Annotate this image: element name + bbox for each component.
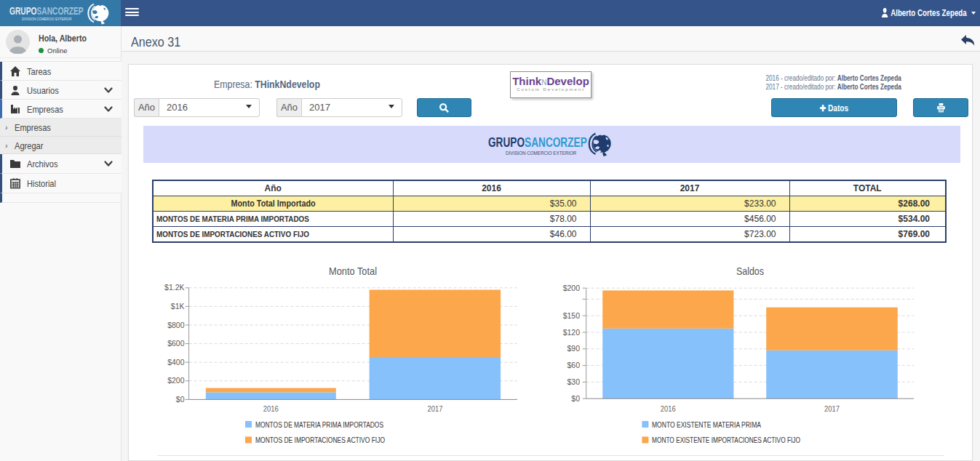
svg-text:MONTO EXISTENTE MATERIA PRIMA: MONTO EXISTENTE MATERIA PRIMA (652, 421, 761, 429)
svg-text:$120: $120 (563, 328, 581, 337)
svg-text:$0: $0 (571, 394, 580, 403)
svg-text:$1K: $1K (171, 302, 185, 310)
svg-text:$400: $400 (167, 358, 185, 366)
svg-text:MONTO EXISTENTE IMPORTACIONES: MONTO EXISTENTE IMPORTACIONES ACTIVO FIJ… (652, 436, 800, 444)
svg-text:$0: $0 (176, 395, 185, 404)
svg-text:2017: 2017 (427, 404, 442, 413)
svg-text:$200: $200 (563, 284, 581, 292)
svg-text:$600: $600 (167, 339, 185, 348)
svg-text:$150: $150 (563, 311, 581, 320)
svg-text:$800: $800 (167, 321, 185, 329)
svg-text:Monto Total: Monto Total (329, 265, 377, 277)
svg-text:$200: $200 (167, 376, 185, 385)
svg-text:$90: $90 (567, 344, 580, 353)
svg-text:$30: $30 (567, 377, 580, 386)
svg-text:2017: 2017 (824, 404, 840, 413)
svg-text:MONTOS DE MATERIA PRIMA IMPORT: MONTOS DE MATERIA PRIMA IMPORTADOS (255, 421, 383, 429)
svg-text:$60: $60 (567, 361, 580, 369)
svg-text:2016: 2016 (661, 404, 676, 413)
svg-text:Saldos: Saldos (736, 265, 764, 277)
svg-text:$1.2K: $1.2K (164, 283, 184, 292)
svg-text:MONTOS DE IMPORTACIONES ACTIVO: MONTOS DE IMPORTACIONES ACTIVO FIJO (255, 436, 385, 444)
svg-text:2016: 2016 (263, 404, 279, 413)
